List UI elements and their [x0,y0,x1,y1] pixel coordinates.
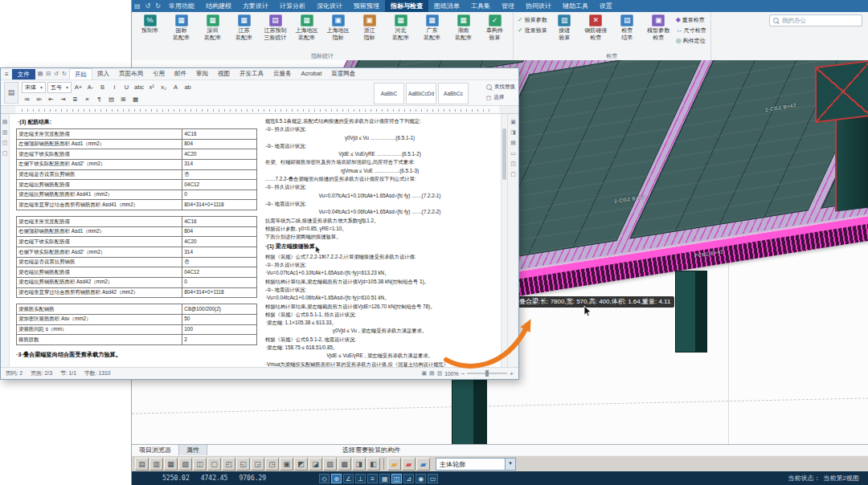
sidebar-icon[interactable]: ▤ [2,119,8,125]
sidebar-icon[interactable]: ◨ [510,129,516,136]
quick-access-icon[interactable]: ↺ [143,2,154,10]
chevron-down-icon[interactable]: ▾ [505,459,515,470]
ribbon-tab[interactable]: 设置 [594,0,618,12]
viewport-tool-icon[interactable]: ▤ [135,458,149,471]
viewport-tool-icon[interactable]: ◱ [236,458,250,471]
quick-access-icon[interactable]: ▤ [132,2,143,10]
viewport-tool-icon[interactable]: ▰ [402,458,416,471]
ribbon-search[interactable]: 我的办公 [769,14,862,26]
ribbon-button[interactable]: ✕钢筋碰撞检查 [580,14,612,41]
format-button[interactable]: A+ [73,83,84,92]
panel-tab[interactable]: 属性 [179,445,207,456]
word-quick-icon[interactable]: ↻ [60,71,68,77]
ribbon-button[interactable]: ▦河北装配率 [385,14,416,41]
ribbon-tab[interactable]: 结构建模 [200,0,237,12]
snap-toggle-icon[interactable]: ⊥ [355,474,366,483]
viewport-tool-icon[interactable]: ◨ [352,458,366,471]
snap-toggle-icon[interactable]: ∠ [343,474,354,483]
ribbon-button[interactable]: ▦上海地区装配率 [291,14,322,41]
ribbon-small-button[interactable]: ✓批量验算 [518,26,547,35]
word-tab[interactable]: Acrobat [296,68,326,79]
snap-toggle-icon[interactable]: ≡ [367,474,378,483]
find-replace-button[interactable]: 查找替换 [486,84,515,91]
scrollbar-thumb[interactable] [502,128,506,180]
word-tab[interactable]: 云服务 [268,68,297,79]
display-mode-combo[interactable]: 主体轮廓 ▾ [436,458,516,471]
column[interactable] [835,111,868,212]
panel-tab[interactable]: 项目浏览器 [132,445,179,456]
ribbon-button[interactable]: ✓单构件验算 [479,14,510,41]
viewport-tool-icon[interactable]: ◧ [366,458,380,471]
viewport-tool-icon[interactable]: ▣ [280,458,293,471]
ribbon-button[interactable]: ▣浙江指标 [354,14,385,41]
word-tab[interactable]: 审阅 [191,68,213,79]
ribbon-button[interactable]: ▦江苏装配率 [228,14,260,41]
ribbon-button[interactable]: ▦深圳装配率 [197,14,228,41]
style-chip[interactable]: AaBbC [374,83,404,104]
format-button[interactable]: ⊞ [118,95,129,104]
viewport-tool-icon[interactable]: ▰ [387,458,401,471]
ribbon-small-button[interactable]: ◆重量检查 [676,16,706,24]
snap-toggle-icon[interactable]: ▦ [379,474,390,483]
style-chip[interactable]: AaBbCcDd [406,83,436,104]
web-layout-icon[interactable]: ▤ [429,370,435,377]
word-tab[interactable]: 引用 [148,68,170,79]
ribbon-tab[interactable]: 指标与检查 [385,0,428,12]
format-button[interactable]: ⇥ [58,95,68,104]
snap-toggle-icon[interactable]: ⊿ [403,474,414,483]
ribbon-button[interactable]: ▦国标装配率 [166,14,197,41]
word-tab[interactable]: 开发工具 [235,68,268,79]
ribbon-tab[interactable]: 常用功能 [163,0,200,12]
ribbon-tab[interactable]: 工具集 [465,0,496,12]
braced-joint-box[interactable] [815,60,868,123]
format-button[interactable]: x² [146,83,157,92]
ribbon-tab[interactable]: 管理 [496,0,520,12]
word-tab[interactable]: 插入 [92,68,114,79]
font-size-combo[interactable]: 五号▾ [47,82,72,93]
viewport-tool-icon[interactable]: ▧ [178,458,192,471]
ribbon-button[interactable]: ▣模型参数检查 [643,14,674,41]
format-button[interactable]: U [121,83,132,92]
format-button[interactable]: ▤ [106,95,117,104]
ribbon-small-button[interactable]: ✓验算参数 [518,16,547,24]
word-tab[interactable]: 百度网盘 [326,68,360,79]
sidebar-icon[interactable]: ◫ [2,140,8,146]
sidebar-icon[interactable]: ▥ [2,129,8,136]
format-button[interactable]: ⇤ [46,95,56,104]
print-layout-icon[interactable]: ▣ [421,370,427,377]
viewport-tool-icon[interactable]: ▥ [149,458,163,471]
format-button[interactable]: ≔ [22,95,32,104]
format-button[interactable]: ≕ [34,95,44,104]
column[interactable] [452,375,487,444]
format-button[interactable]: abc [133,83,145,92]
viewport-tool-icon[interactable]: ◫ [193,458,207,471]
snap-toggle-icon[interactable]: ⊕ [331,474,342,483]
format-button[interactable]: ≡ [82,95,92,104]
format-button[interactable]: x₂ [158,83,169,92]
ribbon-tab[interactable]: 图纸清单 [428,0,465,12]
sidebar-icon[interactable]: ◫ [510,161,516,167]
ribbon-tab[interactable]: 预留预埋 [348,0,385,12]
viewport-tool-icon[interactable]: ▨ [323,458,337,471]
ribbon-tab[interactable]: 方案设计 [237,0,274,12]
viewport-tool-icon[interactable]: ▢ [207,458,221,471]
viewport-tool-icon[interactable]: ▰ [416,458,430,471]
viewport-tool-icon[interactable]: ◰ [222,458,235,471]
snap-toggle-icon[interactable]: ◇ [319,474,330,483]
menu-icon[interactable]: ≡ [2,71,11,78]
ribbon-small-button[interactable]: ◎构件定位 [676,37,706,45]
ribbon-small-button[interactable]: ↔尺寸检查 [676,26,706,35]
sidebar-icon[interactable]: ▢ [2,150,8,157]
ribbon-tab[interactable]: 协同设计 [520,0,557,12]
format-button[interactable]: ▦ [130,95,141,104]
snap-toggle-icon[interactable]: ▭ [428,474,438,483]
word-tab[interactable]: 页面布局 [114,68,148,79]
format-button[interactable]: B [97,83,108,92]
viewport-tool-icon[interactable]: ◪ [309,458,322,471]
format-button[interactable]: ¶ [94,95,104,104]
sidebar-icon[interactable]: ▢ [510,171,516,177]
ribbon-button[interactable]: ▦湖南装配率 [448,14,479,41]
word-quick-icon[interactable]: ⊟ [44,71,52,77]
ribbon-button[interactable]: ▦广东装配率 [416,14,448,41]
viewport-tool-icon[interactable]: ◲ [251,458,264,471]
